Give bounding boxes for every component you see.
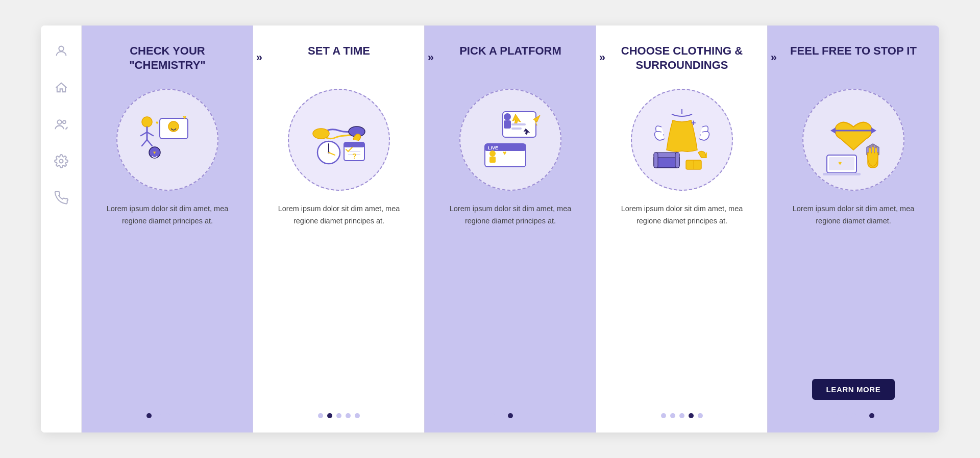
card-2-dots [318, 413, 360, 418]
card-5-illustration: ♥ [802, 89, 904, 191]
svg-rect-46 [675, 152, 679, 168]
card-1-dots [146, 413, 188, 418]
card-3-body: Lorem ipsum dolor sit dim amet, mea regi… [437, 203, 584, 404]
svg-point-1 [57, 120, 61, 124]
svg-rect-56 [823, 173, 861, 175]
card-1-illustration: ♥ ♥ ♥ [116, 89, 218, 191]
svg-point-16 [313, 129, 329, 139]
svg-text:♥: ♥ [503, 149, 506, 157]
card-4-arrow: » [771, 51, 777, 64]
card-3-title: PICK A PLATFORM [459, 44, 561, 80]
dot-2-4 [346, 413, 351, 418]
card-3-illustration: LIVE ♥ [459, 89, 561, 191]
dot-3-3 [508, 413, 513, 418]
svg-marker-52 [871, 128, 876, 134]
dot-5-4 [860, 413, 865, 418]
svg-text:♥: ♥ [838, 160, 842, 167]
svg-point-38 [489, 150, 496, 157]
group-icon[interactable] [52, 115, 70, 134]
dot-3-5 [526, 413, 531, 418]
dot-2-5 [355, 413, 360, 418]
main-container: CHECK YOUR "CHEMISTRY" [41, 26, 939, 432]
dot-1-4 [174, 413, 179, 418]
card-5-body: Lorem ipsum dolor sit dim amet, mea regi… [780, 203, 927, 375]
sidebar [41, 26, 82, 432]
card-1-body: Lorem ipsum dolor sit dim amet, mea regi… [94, 203, 241, 404]
svg-rect-45 [654, 152, 658, 168]
svg-rect-39 [489, 157, 496, 163]
set-time-svg: ? [303, 104, 375, 175]
svg-point-3 [59, 160, 63, 163]
svg-point-31 [504, 113, 511, 120]
svg-point-0 [59, 46, 63, 51]
dot-5-5 [869, 413, 874, 418]
svg-text:LIVE: LIVE [488, 145, 498, 150]
card-1-arrow: » [256, 51, 262, 64]
card-4-title: CHOOSE CLOTHING & SURROUNDINGS [608, 44, 755, 80]
svg-text:?: ? [352, 152, 357, 160]
svg-rect-23 [344, 142, 364, 147]
svg-text:+: + [691, 118, 696, 127]
dot-1-1 [146, 413, 152, 418]
stop-svg: ♥ [818, 104, 889, 175]
svg-marker-53 [830, 128, 836, 134]
card-5-title: FEEL FREE TO STOP IT [790, 44, 917, 80]
phone-icon[interactable] [52, 189, 70, 207]
dot-3-4 [517, 413, 522, 418]
card-clothing: CHOOSE CLOTHING & SURROUNDINGS [596, 26, 768, 432]
svg-line-8 [142, 140, 147, 146]
svg-rect-32 [504, 120, 511, 129]
dot-4-3 [679, 413, 684, 418]
card-4-illustration: + [631, 89, 733, 191]
card-2-title: SET A TIME [308, 44, 370, 80]
card-2-illustration: ? [288, 89, 390, 191]
dot-1-2 [156, 413, 161, 418]
platform-svg: LIVE ♥ [475, 104, 546, 175]
card-2-arrow: » [428, 51, 434, 64]
svg-rect-30 [511, 128, 522, 130]
home-icon[interactable] [52, 79, 70, 97]
dot-1-5 [183, 413, 188, 418]
card-3-dots [489, 413, 531, 418]
card-4-body: Lorem ipsum dolor sit dim amet, mea regi… [608, 203, 755, 404]
dot-4-1 [661, 413, 666, 418]
dot-4-2 [670, 413, 675, 418]
dot-4-4 [689, 413, 694, 418]
dot-2-3 [336, 413, 341, 418]
dot-5-2 [842, 413, 847, 418]
svg-text:♥: ♥ [183, 114, 186, 121]
dot-1-3 [165, 413, 170, 418]
card-check-chemistry: CHECK YOUR "CHEMISTRY" [82, 26, 253, 432]
svg-line-6 [141, 132, 147, 136]
svg-text:♥: ♥ [156, 120, 159, 125]
svg-text:♥: ♥ [153, 150, 156, 155]
svg-rect-29 [511, 123, 526, 125]
card-set-time: SET A TIME [253, 26, 425, 432]
settings-icon[interactable] [52, 152, 70, 170]
card-1-title: CHECK YOUR "CHEMISTRY" [94, 44, 241, 80]
dot-3-2 [499, 413, 504, 418]
svg-point-2 [62, 120, 65, 123]
user-icon[interactable] [52, 42, 70, 60]
dot-4-5 [698, 413, 703, 418]
svg-line-9 [147, 140, 152, 146]
card-5-dots [832, 413, 874, 418]
svg-line-7 [147, 132, 153, 136]
learn-more-button[interactable]: LEARN MORE [812, 379, 895, 400]
dot-5-3 [851, 413, 856, 418]
svg-point-4 [142, 117, 152, 127]
card-3-arrow: » [599, 51, 605, 64]
dot-5-1 [832, 413, 838, 418]
card-stop-it: FEEL FREE TO STOP IT ♥ [768, 26, 939, 432]
dot-2-1 [318, 413, 323, 418]
clothing-svg: + [646, 104, 718, 175]
dot-3-1 [489, 413, 495, 418]
card-2-body: Lorem ipsum dolor sit dim amet, mea regi… [265, 203, 412, 404]
card-4-dots [661, 413, 703, 418]
dot-2-2 [327, 413, 332, 418]
card-pick-platform: PICK A PLATFORM [425, 26, 596, 432]
chemistry-svg: ♥ ♥ ♥ [132, 104, 203, 175]
cards-container: CHECK YOUR "CHEMISTRY" [82, 26, 939, 432]
